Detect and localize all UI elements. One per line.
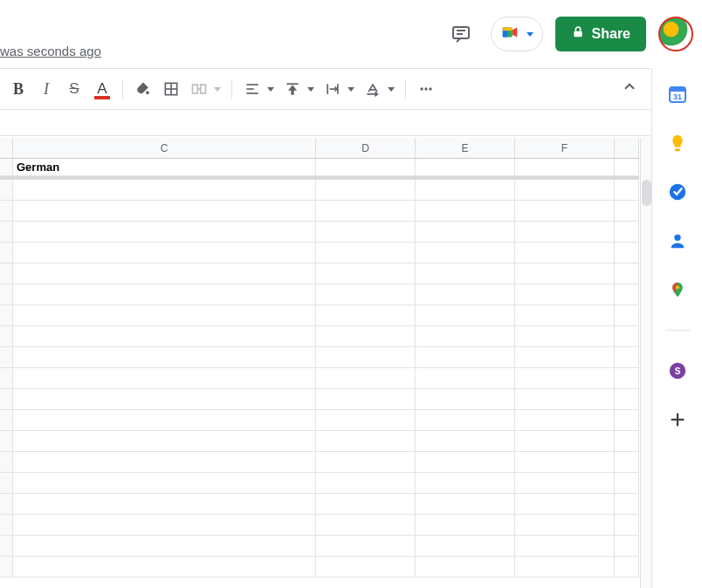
table-row[interactable]: [0, 410, 639, 431]
cell[interactable]: [615, 347, 639, 368]
contacts-icon[interactable]: [667, 230, 688, 251]
table-row[interactable]: [0, 180, 639, 201]
cell[interactable]: [316, 410, 416, 431]
table-row[interactable]: [0, 201, 639, 222]
cell[interactable]: [13, 326, 316, 347]
cell[interactable]: [316, 347, 416, 368]
cell[interactable]: [416, 557, 515, 578]
cell[interactable]: [13, 389, 316, 410]
cell[interactable]: [615, 557, 639, 578]
horizontal-align-button[interactable]: [239, 76, 274, 102]
table-row[interactable]: [0, 284, 639, 305]
table-row[interactable]: [0, 536, 639, 557]
cell[interactable]: [416, 201, 515, 222]
get-addons-button[interactable]: [667, 409, 688, 430]
row-header[interactable]: [0, 284, 13, 305]
col-header-D[interactable]: D: [316, 138, 416, 158]
row-header[interactable]: [0, 410, 13, 431]
row-header[interactable]: [0, 201, 13, 222]
cell[interactable]: [416, 473, 515, 494]
text-color-button[interactable]: A: [89, 76, 115, 102]
row-header[interactable]: [0, 305, 13, 326]
cell[interactable]: [316, 452, 416, 473]
cell[interactable]: [316, 180, 416, 201]
table-row[interactable]: [0, 515, 639, 536]
cell[interactable]: [515, 243, 615, 263]
cell[interactable]: [13, 222, 316, 243]
cell[interactable]: [416, 159, 515, 176]
meet-button[interactable]: [491, 17, 543, 51]
cell[interactable]: [416, 326, 515, 347]
cell[interactable]: [316, 557, 416, 578]
col-header-partial[interactable]: [615, 138, 639, 158]
row-header[interactable]: [0, 557, 13, 578]
table-row[interactable]: [0, 305, 639, 326]
borders-button[interactable]: [158, 76, 184, 102]
cell[interactable]: [615, 305, 639, 326]
cell[interactable]: [13, 410, 316, 431]
cell[interactable]: [416, 243, 515, 263]
cell[interactable]: [13, 515, 316, 536]
cell[interactable]: [13, 284, 316, 305]
more-button[interactable]: [413, 76, 439, 102]
cell[interactable]: [416, 431, 515, 452]
cell[interactable]: [615, 515, 639, 536]
cell[interactable]: [615, 243, 639, 263]
table-row[interactable]: [0, 431, 639, 452]
collapse-toolbar-button[interactable]: [621, 79, 638, 99]
merge-cells-button[interactable]: [186, 76, 221, 102]
row-header[interactable]: [0, 243, 13, 263]
cell[interactable]: [515, 326, 615, 347]
col-header-stub[interactable]: [0, 138, 13, 158]
table-row[interactable]: [0, 452, 639, 473]
spreadsheet-grid[interactable]: C D E F German: [0, 138, 639, 588]
cell[interactable]: [515, 222, 615, 243]
cell[interactable]: [416, 536, 515, 557]
cell[interactable]: [13, 431, 316, 452]
cell[interactable]: [416, 389, 515, 410]
cell[interactable]: [416, 452, 515, 473]
cell[interactable]: [316, 284, 416, 305]
cell[interactable]: [615, 222, 639, 243]
cell[interactable]: [515, 431, 615, 452]
row-header[interactable]: [0, 180, 13, 201]
comments-icon[interactable]: [444, 17, 478, 51]
cell[interactable]: [416, 222, 515, 243]
cell[interactable]: [416, 410, 515, 431]
row-header[interactable]: [0, 473, 13, 494]
cell[interactable]: [515, 557, 615, 578]
table-row[interactable]: [0, 243, 639, 263]
table-row[interactable]: [0, 473, 639, 494]
table-row[interactable]: [0, 263, 639, 284]
cell[interactable]: [416, 305, 515, 326]
col-header-F[interactable]: F: [515, 138, 615, 158]
row-header[interactable]: [0, 222, 13, 243]
row-header[interactable]: [0, 368, 13, 389]
cell[interactable]: [416, 284, 515, 305]
cell[interactable]: [515, 368, 615, 389]
cell[interactable]: [13, 243, 316, 263]
cell[interactable]: [515, 536, 615, 557]
cell[interactable]: [615, 431, 639, 452]
cell[interactable]: [416, 180, 515, 201]
cell[interactable]: [615, 389, 639, 410]
cell[interactable]: [515, 452, 615, 473]
cell[interactable]: [316, 159, 416, 176]
cell[interactable]: [13, 368, 316, 389]
text-wrap-button[interactable]: [320, 76, 354, 102]
scrollbar-thumb[interactable]: [642, 180, 651, 206]
cell[interactable]: [615, 201, 639, 222]
cell[interactable]: [515, 473, 615, 494]
cell[interactable]: [13, 263, 316, 284]
cell[interactable]: [316, 243, 416, 263]
addon-icon[interactable]: S: [667, 360, 688, 381]
fill-color-button[interactable]: [130, 76, 156, 102]
table-row[interactable]: [0, 326, 639, 347]
row-header[interactable]: [0, 515, 13, 536]
vertical-scrollbar[interactable]: [640, 138, 651, 588]
bold-button[interactable]: B: [5, 76, 31, 102]
cell[interactable]: [316, 201, 416, 222]
cell[interactable]: [515, 284, 615, 305]
cell[interactable]: [615, 180, 639, 201]
tasks-icon[interactable]: [667, 181, 688, 202]
